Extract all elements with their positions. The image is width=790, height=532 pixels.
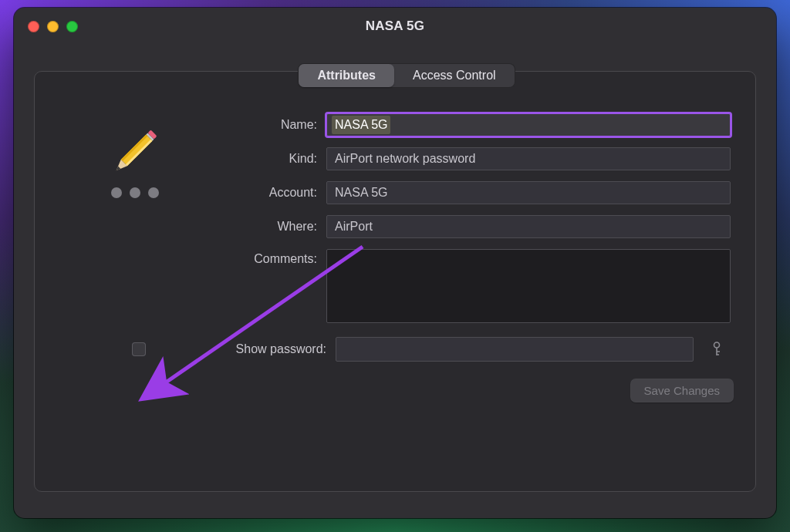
traffic-lights bbox=[28, 21, 78, 32]
attributes-form: Name: NASA 5G Kind: AirPort network pass… bbox=[209, 113, 735, 323]
svg-rect-2 bbox=[121, 135, 153, 167]
tab-bar: Attributes Access Control bbox=[34, 63, 756, 88]
account-field[interactable]: NASA 5G bbox=[326, 181, 731, 204]
password-field[interactable] bbox=[336, 337, 694, 362]
account-label: Account: bbox=[209, 186, 317, 200]
where-label: Where: bbox=[209, 220, 317, 234]
name-label: Name: bbox=[209, 118, 317, 132]
close-window-button[interactable] bbox=[28, 21, 39, 32]
window-title: NASA 5G bbox=[14, 19, 776, 34]
show-password-row: Show password: bbox=[55, 337, 735, 362]
comments-field[interactable] bbox=[326, 249, 731, 323]
attributes-panel: Name: NASA 5G Kind: AirPort network pass… bbox=[34, 71, 756, 492]
where-field: AirPort bbox=[326, 215, 731, 238]
zoom-window-button[interactable] bbox=[66, 21, 78, 32]
tab-attributes[interactable]: Attributes bbox=[299, 64, 394, 87]
show-password-label: Show password: bbox=[218, 342, 326, 356]
save-changes-button[interactable]: Save Changes bbox=[630, 379, 734, 402]
keychain-item-window: NASA 5G Attributes Access Control bbox=[14, 8, 776, 518]
password-item-icon bbox=[95, 118, 169, 192]
desktop-background: NASA 5G Attributes Access Control bbox=[0, 0, 790, 532]
tab-access-control[interactable]: Access Control bbox=[394, 64, 515, 87]
item-icon-area bbox=[55, 113, 209, 323]
password-dots-icon bbox=[111, 187, 159, 198]
minimize-window-button[interactable] bbox=[47, 21, 59, 32]
window-titlebar: NASA 5G bbox=[14, 8, 776, 45]
name-field[interactable]: NASA 5G bbox=[326, 113, 731, 136]
window-content: Attributes Access Control bbox=[14, 45, 776, 518]
show-password-checkbox[interactable] bbox=[132, 342, 146, 356]
kind-field: AirPort network password bbox=[326, 147, 731, 170]
button-row: Save Changes bbox=[55, 379, 735, 402]
comments-label: Comments: bbox=[209, 249, 317, 266]
password-key-icon[interactable] bbox=[703, 338, 731, 361]
kind-label: Kind: bbox=[209, 152, 317, 166]
svg-point-7 bbox=[714, 342, 720, 348]
